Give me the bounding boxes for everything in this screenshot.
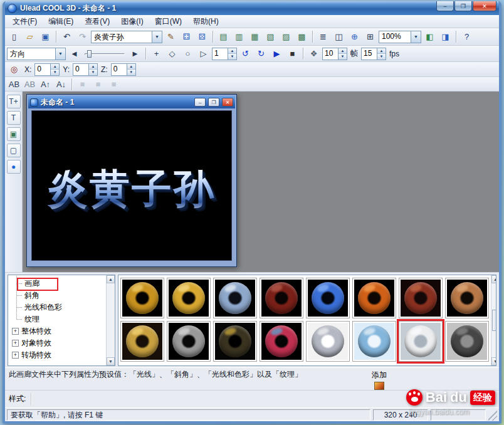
- spin-down-icon[interactable]: ▼: [339, 54, 347, 60]
- gallery-item-blue-texture-ring[interactable]: [306, 278, 350, 318]
- tree-item-transition-effects[interactable]: +转场特效: [9, 349, 106, 361]
- x-spinner[interactable]: 0 ▲ ▼: [34, 63, 60, 76]
- child-close-button[interactable]: ✕: [222, 98, 233, 107]
- web-icon[interactable]: ⊕: [347, 30, 362, 43]
- child-minimize-button[interactable]: –: [194, 98, 206, 107]
- gallery-item-silver-ring[interactable]: [306, 321, 350, 362]
- play-direction-icon[interactable]: ▷: [196, 47, 211, 60]
- chevron-down-icon[interactable]: ▼: [55, 48, 65, 60]
- object-manager-icon[interactable]: ≣: [316, 30, 330, 43]
- spin-down-icon[interactable]: ▼: [377, 54, 386, 60]
- expand-icon[interactable]: +: [12, 352, 19, 359]
- sphere-tool-icon[interactable]: ●: [7, 160, 21, 174]
- spin-up-icon[interactable]: ▲: [228, 48, 236, 55]
- gallery-scrollbar[interactable]: ▲ ▼: [491, 275, 496, 365]
- tree-item-light-color[interactable]: 光线和色彩: [9, 302, 106, 313]
- z-spinner[interactable]: 0 ▲ ▼: [111, 63, 136, 76]
- spin-down-icon[interactable]: ▼: [228, 54, 236, 60]
- gallery-item-steel-holes-ring[interactable]: [167, 321, 211, 362]
- window-layout-icon-1[interactable]: ▤: [216, 30, 231, 43]
- menu-edit[interactable]: 编辑(E): [43, 15, 79, 28]
- window-layout-icon-4[interactable]: ▧: [263, 30, 278, 43]
- dice-icon-2[interactable]: ⚄: [195, 30, 209, 43]
- child-titlebar[interactable]: 未命名 - 1 – ❐ ✕: [28, 96, 235, 108]
- window-layout-icon-2[interactable]: ▥: [232, 30, 246, 43]
- spin-up-icon[interactable]: ▲: [51, 64, 59, 70]
- window-layout-icon-5[interactable]: ▨: [279, 30, 293, 43]
- spin-down-icon[interactable]: ▼: [51, 70, 59, 75]
- scroll-down-icon[interactable]: ▼: [107, 357, 115, 365]
- loop-forward-icon[interactable]: ↻: [254, 47, 268, 60]
- edit-text-char-icon[interactable]: AB: [23, 78, 37, 91]
- chevron-down-icon[interactable]: ▼: [152, 31, 162, 43]
- scale-object-icon[interactable]: ◇: [165, 47, 179, 60]
- spin-down-icon[interactable]: ▼: [89, 70, 97, 75]
- align-right-icon[interactable]: ≡: [107, 78, 121, 91]
- expand-icon[interactable]: +: [12, 328, 19, 335]
- context-help-icon[interactable]: ?: [459, 30, 474, 43]
- align-center-icon[interactable]: ≡: [91, 78, 105, 91]
- play-icon[interactable]: ▶: [270, 47, 284, 60]
- spin-up-icon[interactable]: ▲: [377, 48, 386, 55]
- fps-spinner[interactable]: 15 ▲ ▼: [361, 48, 386, 60]
- maximize-button[interactable]: ❐: [454, 1, 472, 11]
- gallery-item-copper-ring[interactable]: [445, 278, 489, 318]
- redo-icon[interactable]: ↷: [75, 30, 90, 43]
- preview-icon[interactable]: ◨: [438, 30, 453, 43]
- chevron-down-icon[interactable]: ▼: [411, 31, 421, 43]
- save-icon[interactable]: ▣: [38, 30, 53, 43]
- menu-image[interactable]: 图像(I): [115, 15, 149, 28]
- zoom-combo[interactable]: 100% ▼: [379, 31, 421, 43]
- tree-item-texture[interactable]: 纹理: [9, 313, 106, 325]
- minimize-button[interactable]: –: [436, 1, 454, 11]
- child-restore-button[interactable]: ❐: [208, 98, 219, 107]
- insert-text-tool-icon[interactable]: T+: [7, 95, 21, 108]
- insert-image-tool-icon[interactable]: ▣: [7, 127, 21, 141]
- gallery-item-gold-ring[interactable]: [120, 278, 164, 318]
- child-window[interactable]: 未命名 - 1 – ❐ ✕ 炎黄子孙: [26, 94, 237, 267]
- slider-handle[interactable]: [87, 50, 92, 58]
- titlebar[interactable]: Ulead COOL 3D - 未命名 - 1 – ❐ ✕: [5, 1, 499, 15]
- gallery-item-bolted-steel-ring[interactable]: [445, 321, 489, 362]
- kerning-up-icon[interactable]: A↑: [38, 78, 53, 91]
- render-quality-icon[interactable]: ◧: [423, 30, 437, 43]
- stop-icon[interactable]: ■: [285, 47, 300, 60]
- tree-item-bevel[interactable]: 斜角: [9, 290, 106, 302]
- export-animation-icon[interactable]: ❖: [307, 47, 321, 60]
- gallery-item-orange-ribbed-ring[interactable]: [352, 278, 396, 318]
- add-style-icon[interactable]: [374, 382, 384, 390]
- render-canvas[interactable]: 炎黄子孙: [31, 110, 232, 261]
- open-file-icon[interactable]: ▱: [23, 30, 37, 43]
- dice-icon-1[interactable]: ⚃: [179, 30, 194, 43]
- close-button[interactable]: ✕: [473, 1, 496, 11]
- tree-scrollbar[interactable]: ▲ ▼: [106, 275, 115, 365]
- new-document-icon[interactable]: ▯: [7, 30, 21, 43]
- expand-icon[interactable]: +: [12, 340, 19, 347]
- total-frames-spinner[interactable]: 10 ▲ ▼: [322, 48, 347, 60]
- window-layout-icon-3[interactable]: ▦: [248, 30, 262, 43]
- scrollbar-thumb[interactable]: [492, 310, 496, 331]
- frame-slider[interactable]: [84, 49, 125, 59]
- gallery-item-white-ring[interactable]: [399, 321, 443, 362]
- scroll-up-icon[interactable]: ▲: [107, 275, 115, 283]
- undo-icon[interactable]: ↶: [60, 30, 74, 43]
- loop-back-icon[interactable]: ↺: [238, 47, 253, 60]
- gallery-item-chrome-blue-ring[interactable]: [213, 278, 257, 318]
- menu-window[interactable]: 窗口(W): [149, 15, 187, 28]
- window-layout-icon-6[interactable]: ▩: [295, 30, 309, 43]
- tree-item-global-effects[interactable]: +整体特效: [9, 325, 106, 337]
- tree-item-gallery[interactable]: 画廊: [9, 278, 106, 290]
- scroll-down-icon[interactable]: ▼: [491, 357, 496, 365]
- menu-help[interactable]: 帮助(H): [187, 15, 224, 28]
- grid-icon[interactable]: ⊞: [363, 30, 377, 43]
- align-left-icon[interactable]: ≡: [75, 78, 90, 91]
- rotate-object-icon[interactable]: ○: [181, 47, 195, 60]
- menu-view[interactable]: 查看(V): [79, 15, 115, 28]
- y-spinner[interactable]: 0 ▲ ▼: [73, 63, 98, 76]
- gallery-item-gold-beaded-ring[interactable]: [120, 321, 164, 362]
- preset-combo[interactable]: 炎黄子孙 ▼: [91, 31, 162, 43]
- text-edit-icon[interactable]: ✎: [164, 30, 178, 43]
- prev-keyframe-icon[interactable]: ◄: [67, 47, 81, 60]
- gallery-item-black-gold-spots-ring[interactable]: [213, 321, 257, 362]
- next-keyframe-icon[interactable]: ►: [128, 47, 142, 60]
